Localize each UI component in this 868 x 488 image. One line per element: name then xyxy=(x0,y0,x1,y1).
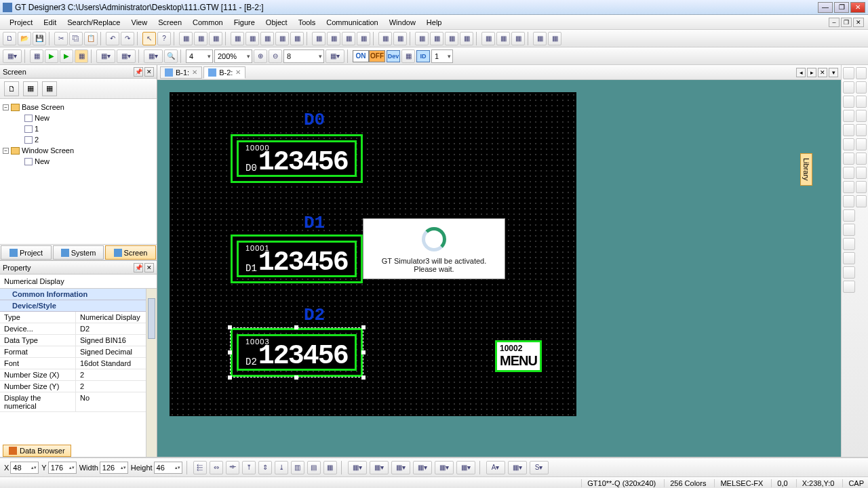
id-badge[interactable]: ID xyxy=(416,50,430,62)
menu-screen[interactable]: Screen xyxy=(153,16,187,28)
id-combo[interactable]: 1 xyxy=(431,49,453,63)
tool-icon[interactable]: ▦ xyxy=(312,32,326,45)
prop-row[interactable]: Display the numericalNo xyxy=(0,392,157,412)
tool-icon[interactable]: ▦▾ xyxy=(117,49,136,63)
tool-icon[interactable]: ▦▾ xyxy=(370,461,389,474)
screen-tree[interactable]: −Base Screen New 1 2 −Window Screen New xyxy=(0,99,157,244)
tool-icon[interactable]: ▦ xyxy=(445,32,458,45)
tool-icon[interactable]: ▦▾ xyxy=(435,461,454,474)
resize-handle[interactable] xyxy=(294,375,298,380)
width-input[interactable]: 126 xyxy=(100,462,128,474)
tab-menu-icon[interactable]: ▾ xyxy=(829,68,838,77)
tool-icon[interactable] xyxy=(843,138,854,150)
prop-row[interactable]: Device...D2 xyxy=(0,323,157,335)
on-off-toggle[interactable]: ON OFF xyxy=(353,50,385,62)
panel-close-icon[interactable]: ✕ xyxy=(144,263,154,272)
tool-icon[interactable] xyxy=(843,266,855,279)
image-tool-icon[interactable] xyxy=(843,238,855,250)
copy-icon[interactable]: ⿻ xyxy=(69,32,83,45)
tool-icon[interactable] xyxy=(843,124,854,136)
label-d0[interactable]: D0 xyxy=(304,110,325,130)
resize-handle[interactable] xyxy=(361,375,366,380)
align-middle-icon[interactable]: ⇕ xyxy=(258,461,272,474)
align-center-icon[interactable]: ⇔ xyxy=(210,461,223,474)
tool-icon[interactable]: ▦▾ xyxy=(3,49,22,63)
menu-view[interactable]: View xyxy=(126,16,153,28)
distribute-h-icon[interactable]: ▥ xyxy=(291,461,304,474)
menu-common[interactable]: Common xyxy=(187,16,229,28)
open-icon[interactable]: 📂 xyxy=(18,32,31,45)
tool-icon[interactable]: ▦ xyxy=(460,32,473,45)
resize-handle[interactable] xyxy=(361,350,366,354)
tool-icon[interactable]: ▦ xyxy=(481,32,495,45)
prop-row[interactable]: Font16dot Standard xyxy=(0,358,157,369)
play-icon[interactable]: ▶ xyxy=(45,49,58,63)
tool-icon[interactable]: ▦ xyxy=(260,32,274,45)
tool-icon[interactable]: ▦ xyxy=(378,32,392,45)
menu-project[interactable]: Project xyxy=(4,16,38,28)
tool-icon[interactable]: ▦ xyxy=(357,32,370,45)
tool-icon[interactable]: ▦▾ xyxy=(413,461,432,474)
numeric-display-d1[interactable]: 10001 D1123456 xyxy=(231,235,363,283)
resize-handle[interactable] xyxy=(228,325,232,329)
text-tool-icon[interactable] xyxy=(843,195,854,207)
redo-icon[interactable]: ↷ xyxy=(121,32,134,45)
tool-icon[interactable]: ▦▾ xyxy=(348,461,367,474)
mdi-restore-button[interactable]: ❐ xyxy=(841,18,852,27)
tool-icon[interactable]: ▦▾ xyxy=(144,49,163,63)
new-icon[interactable]: 🗋 xyxy=(3,32,16,45)
tree-tool-icon[interactable]: ▦ xyxy=(42,81,57,96)
tree-tool-icon[interactable]: ▦ xyxy=(23,81,38,96)
tool-icon[interactable] xyxy=(856,81,867,94)
tool-icon[interactable] xyxy=(843,152,854,165)
tool-icon[interactable]: ▦ xyxy=(511,32,525,45)
menu-help[interactable]: Help xyxy=(421,16,448,28)
tab-close-all-icon[interactable]: ✕ xyxy=(818,68,827,77)
zoom-out-icon[interactable]: ⊖ xyxy=(269,49,282,63)
tool-icon[interactable]: ▦ xyxy=(75,49,88,63)
y-input[interactable]: 176 xyxy=(48,462,77,474)
tool-icon[interactable]: ▦▾ xyxy=(326,49,344,63)
combo-1[interactable]: 4 xyxy=(186,49,213,63)
tool-icon[interactable]: ▦ xyxy=(533,32,547,45)
rect-tool-icon[interactable] xyxy=(843,81,854,94)
resize-handle[interactable] xyxy=(361,325,366,329)
numeric-display-d2-selected[interactable]: 10003 D2123456 xyxy=(231,328,363,377)
prop-group-device-style[interactable]: Device/Style xyxy=(0,300,157,312)
menu-figure[interactable]: Figure xyxy=(229,16,260,28)
tool-icon[interactable] xyxy=(856,67,867,79)
menu-tools[interactable]: Tools xyxy=(293,16,321,28)
tool-icon[interactable] xyxy=(843,167,854,179)
tool-icon[interactable]: ▦ xyxy=(209,32,222,45)
pin-icon[interactable]: 📌 xyxy=(134,67,143,77)
cut-icon[interactable]: ✂ xyxy=(54,32,68,45)
pin-icon[interactable]: 📌 xyxy=(134,263,143,272)
align-top-icon[interactable]: ⤒ xyxy=(242,461,256,474)
numeric-display-d0[interactable]: 10000 D0123456 xyxy=(231,134,363,183)
maximize-button[interactable]: ❐ xyxy=(834,2,849,13)
x-input[interactable]: 48 xyxy=(10,462,39,474)
paste-icon[interactable]: 📋 xyxy=(84,32,98,45)
tool-icon[interactable]: ▦ xyxy=(496,32,510,45)
tab-next-icon[interactable]: ▸ xyxy=(807,68,816,77)
tool-icon[interactable] xyxy=(856,167,867,179)
tool-icon[interactable]: ▦ xyxy=(415,32,429,45)
menu-search-replace[interactable]: Search/Replace xyxy=(62,16,125,28)
tool-icon[interactable] xyxy=(843,209,855,222)
menu-edit[interactable]: Edit xyxy=(38,16,62,28)
zoom-in-icon[interactable]: ⊕ xyxy=(254,49,267,63)
tab-prev-icon[interactable]: ◂ xyxy=(796,68,806,77)
resize-handle[interactable] xyxy=(294,325,298,329)
prop-row[interactable]: FormatSigned Decimal xyxy=(0,346,157,358)
tool-icon[interactable]: ▦ xyxy=(548,32,561,45)
tool-icon[interactable] xyxy=(843,281,855,293)
align-left-icon[interactable]: ⬱ xyxy=(193,461,207,474)
library-tab[interactable]: Library xyxy=(800,153,812,186)
tool-icon[interactable] xyxy=(843,252,855,264)
new-screen-icon[interactable]: 🗋 xyxy=(4,81,19,96)
tab-project[interactable]: Project xyxy=(1,245,52,260)
tool-icon[interactable]: ▦ xyxy=(231,32,244,45)
line-tool-icon[interactable] xyxy=(843,67,854,79)
prop-row[interactable]: Number Size (X)2 xyxy=(0,369,157,381)
close-button[interactable]: ✕ xyxy=(850,2,865,13)
